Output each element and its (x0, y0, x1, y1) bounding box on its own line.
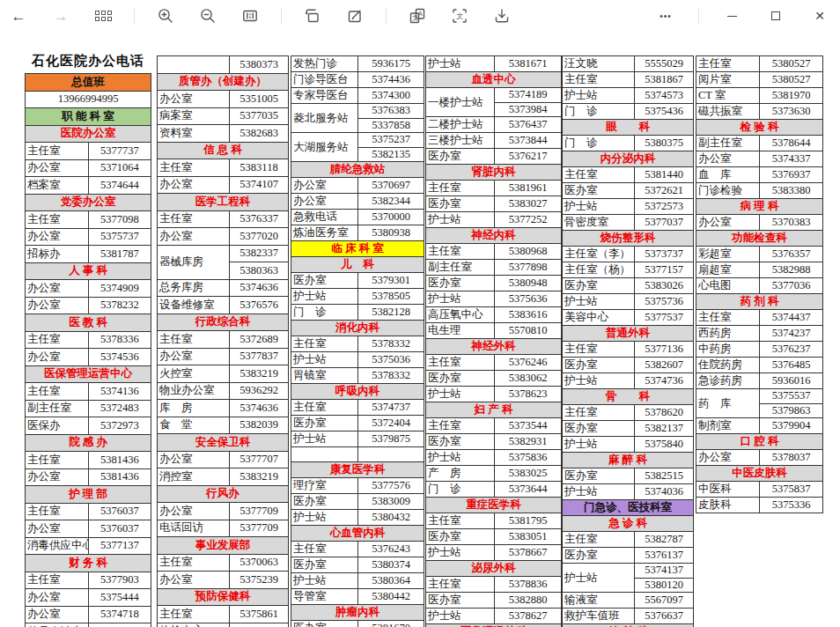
dept-cell: 汪文晓 (563, 56, 635, 72)
phone-cell: 5377837 (230, 348, 289, 365)
dept-cell: 医办室 (563, 421, 635, 437)
phone-table: 主任室5380527阅片室5380527CT 室5381970磁共振室53736… (696, 55, 823, 513)
dept-cell: 主任室 (563, 167, 635, 183)
dept-cell: 护士站 (563, 373, 635, 389)
dept-cell: 阅片室 (696, 72, 760, 88)
directory-column-5: 汪文晓5555029主任室5381867护士站5374573门 诊5375436… (562, 55, 694, 627)
dept-cell: 护士站 (291, 509, 358, 525)
dept-cell: 炼油医务室 (291, 225, 358, 241)
dept-cell: 医办室 (563, 468, 635, 484)
dept-cell: 办公室 (26, 159, 89, 177)
dept-cell: 火控室 (158, 365, 230, 383)
section-header: 内分泌内科 (563, 151, 694, 167)
dept-cell: 二楼护士站 (426, 117, 495, 133)
dept-cell: 血 库 (696, 167, 760, 183)
zoom-in-button[interactable] (154, 4, 177, 28)
save-button[interactable] (490, 4, 513, 28)
dept-cell: 皮肤科 (696, 498, 760, 513)
save-icon (493, 7, 511, 25)
phone-cell: 5373737 (635, 247, 694, 262)
section-header: 护 理 部 (26, 486, 151, 504)
phone-cell: 5375036 (358, 352, 424, 368)
phone-cell: 5381440 (635, 167, 694, 183)
section-header: 心血管内科 (291, 525, 424, 541)
phone-cell: 5382344 (358, 194, 424, 210)
phone-cell: 5382128 (358, 305, 424, 321)
phone-table: 护士站5381671血透中心一楼护士站53741895373984二楼护士站53… (425, 55, 562, 627)
actual-size-icon (241, 7, 259, 25)
phone-table: 发热门诊5936175门诊导医台5374436专家导医台5374300菱北服务站… (291, 55, 424, 627)
phone-cell: 5372973 (88, 417, 151, 435)
phone-cell: 5374644 (88, 177, 151, 195)
section-header: 骨 科 (563, 389, 694, 405)
phone-cell: 5372483 (88, 400, 151, 417)
phone-cell: 5377136 (635, 342, 694, 358)
phone-cell: 5382337 (230, 245, 289, 262)
phone-cell: 5936175 (358, 56, 424, 72)
ocr-button[interactable]: 文 (448, 4, 471, 28)
translate-icon: A 文 (409, 7, 426, 25)
dept-cell: 磁共振室 (696, 104, 760, 120)
dept-cell: 设备维修室 (158, 297, 230, 314)
dept-cell: 主任室 (26, 452, 89, 469)
phone-cell: 5374136 (88, 383, 151, 401)
minimize-button[interactable] (720, 4, 743, 28)
phone-cell: 5376357 (760, 247, 823, 262)
dept-cell: 医办室 (291, 620, 358, 627)
phone-cell: 5936292 (230, 382, 289, 400)
phone-cell: 5379863 (760, 403, 823, 418)
section-header: 医 教 科 (26, 314, 151, 332)
dept-cell: 医办室 (426, 149, 495, 165)
edit-icon (346, 7, 364, 25)
phone-cell: 5383062 (495, 371, 562, 387)
phone-cell: 5382880 (495, 593, 562, 609)
actual-size-button[interactable] (239, 4, 262, 28)
phone-cell: 5378627 (495, 609, 562, 624)
phone-cell: 5374437 (760, 310, 823, 326)
dept-cell: 胃镜室 (291, 368, 358, 384)
dept-cell: 主任室 (158, 159, 230, 177)
edit-button[interactable] (343, 4, 366, 28)
phone-cell: 5377137 (88, 537, 151, 555)
dept-cell: 医办室 (291, 416, 358, 432)
dept-cell: 护士站 (563, 199, 635, 215)
dept-cell: 病案室 (158, 107, 230, 125)
phone-cell: 5377037 (635, 215, 694, 231)
maximize-button[interactable] (764, 4, 787, 28)
more-button[interactable]: ••• (654, 4, 677, 28)
dept-cell: 办公室 (26, 349, 89, 366)
directory-column-2: 5380373质管办（创建办）办公室5351005病案室5377035资料室53… (157, 55, 289, 627)
phone-cell: 5383219 (230, 365, 289, 383)
dept-cell: 办公室 (158, 228, 230, 246)
phone-cell: 5382137 (635, 421, 694, 437)
back-icon: ← (11, 9, 26, 24)
phone-cell: 5380432 (358, 509, 424, 525)
dept-cell: 护士站 (426, 450, 495, 466)
close-button[interactable]: ✕ (808, 4, 831, 28)
dept-cell: 急救电话 (291, 210, 358, 225)
forward-button[interactable]: → (49, 4, 72, 28)
rotate-button[interactable] (301, 4, 324, 28)
translate-button[interactable]: A 文 (406, 4, 429, 28)
dept-cell: 物业办公室 (158, 382, 230, 400)
back-button[interactable]: ← (7, 4, 30, 28)
directory-column-6: 主任室5380527阅片室5380527CT 室5381970磁共振室53736… (696, 55, 823, 513)
phone-cell: 5382988 (760, 262, 823, 278)
phone-cell: 5379301 (358, 273, 424, 289)
section-header: 质管办（创建办） (158, 73, 289, 91)
phone-cell: 5374573 (635, 88, 694, 104)
directory-column-3: 发热门诊5936175门诊导医台5374436专家导医台5374300菱北服务站… (291, 55, 424, 627)
dept-cell: 医办室 (426, 276, 495, 291)
thumbnails-button[interactable] (92, 4, 114, 28)
section-header: 医院办公室 (26, 125, 151, 143)
phone-cell: 5383051 (495, 529, 562, 545)
dept-cell: 办公室 (26, 520, 89, 538)
page-title: 石化医院办公电话 (25, 53, 151, 70)
zoom-out-button[interactable] (196, 4, 219, 28)
phone-cell: 5381970 (760, 88, 823, 104)
phone-cell: 5383027 (495, 196, 562, 212)
section-header: 功能检查科 (696, 231, 823, 247)
phone-cell: 5376437 (495, 117, 562, 133)
section-header: 安全保卫科 (158, 434, 289, 452)
dept-cell: 办公室 (696, 215, 760, 231)
